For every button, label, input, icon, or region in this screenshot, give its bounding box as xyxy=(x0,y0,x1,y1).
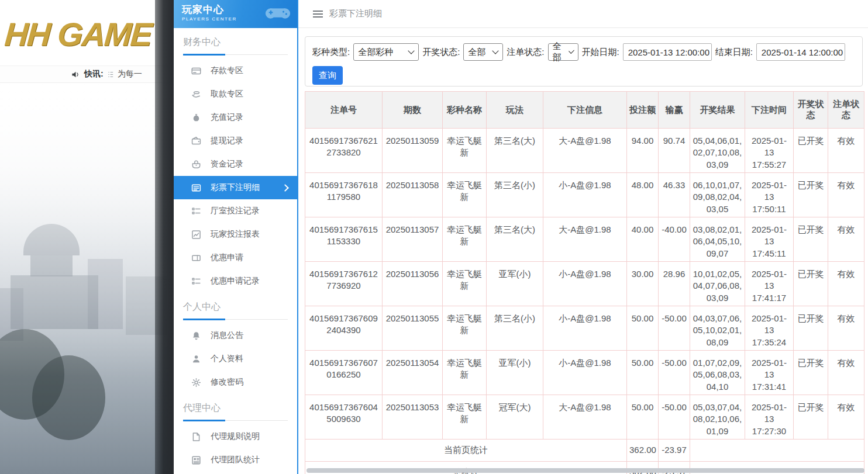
order-no-cell: 401569173676045009630 xyxy=(305,395,383,440)
sidebar-item-profile[interactable]: 个人资料 xyxy=(174,347,297,371)
item-label: 消息公告 xyxy=(211,330,243,341)
bell-icon xyxy=(191,331,201,341)
bet-time-cell: 2025-01-13 17:45:11 xyxy=(745,217,794,262)
draw-status-label: 开奖状态: xyxy=(422,47,460,58)
col-order-no: 注单号 xyxy=(305,92,383,129)
sidebar-item-funds-records[interactable]: 资金记录 xyxy=(174,153,297,176)
item-label: 彩票下注明细 xyxy=(211,182,260,193)
sidebar-items: 消息公告 个人资料 修改密码 xyxy=(174,324,297,394)
start-date-input[interactable] xyxy=(623,43,712,61)
lottery-name-cell: 幸运飞艇新 xyxy=(443,129,487,173)
bet-time-cell: 2025-01-13 17:31:41 xyxy=(745,351,794,395)
order-status-cell: 有效 xyxy=(828,129,864,173)
money-bag-icon xyxy=(191,113,201,123)
sidebar-item-messages[interactable]: 消息公告 xyxy=(174,324,297,347)
chevron-down-icon xyxy=(408,47,415,54)
sidebar-item-hall-bet-records[interactable]: 厅室投注记录 xyxy=(174,199,297,223)
section-label: 财务中心 xyxy=(183,36,288,49)
gamepad-icon xyxy=(264,5,291,22)
main-content: 彩票下注明细 彩种类型: 全部彩种 开奖状态: 全部 注单状态: 全部 开始日期… xyxy=(298,0,868,474)
table-row: 401569173676212733820 20250113059 幸运飞艇新 … xyxy=(305,129,864,173)
draw-status-cell: 已开奖 xyxy=(794,395,828,440)
sidebar-item-deposit-zone[interactable]: 存款专区 xyxy=(174,59,297,82)
draw-status-select[interactable]: 全部 xyxy=(463,43,503,61)
section-underline xyxy=(183,319,288,320)
lottery-name-cell: 幸运飞艇新 xyxy=(443,217,487,262)
section-label: 个人中心 xyxy=(183,301,288,313)
order-no-cell: 401569173676151153330 xyxy=(305,217,383,262)
draw-result-cell: 06,10,01,07,09,08,02,04,03,05 xyxy=(690,173,745,217)
speaker-icon xyxy=(71,70,80,79)
sidebar-item-withdrawal-records[interactable]: 提现记录 xyxy=(174,129,297,153)
bet-info-cell: 小-A盘@1.98 xyxy=(543,351,627,395)
sidebar-item-promo-apply[interactable]: 优惠申请 xyxy=(174,246,297,269)
sidebar-item-player-bet-report[interactable]: 玩家投注报表 xyxy=(174,223,297,246)
lottery-name-cell: 幸运飞艇新 xyxy=(443,395,487,440)
bet-info-cell: 小-A盘@1.98 xyxy=(543,306,627,351)
bet-info-cell: 大-A盘@1.98 xyxy=(543,129,627,173)
sidebar-item-recharge-records[interactable]: 充值记录 xyxy=(174,106,297,129)
horizontal-scrollbar[interactable] xyxy=(306,468,864,473)
chevron-down-icon xyxy=(492,47,499,54)
document-icon xyxy=(191,432,201,442)
draw-result-cell: 05,03,07,04,08,02,10,06,01,09 xyxy=(690,395,745,440)
draw-status-value: 全部 xyxy=(468,47,485,58)
sidebar-section-agent: 代理中心 xyxy=(183,402,288,421)
table-row: 401569173676045009630 20250113053 幸运飞艇新 … xyxy=(305,395,864,440)
order-status-cell: 有效 xyxy=(828,262,864,306)
sidebar-item-promo-apply-records[interactable]: 优惠申请记录 xyxy=(174,269,297,293)
sidebar-item-change-password[interactable]: 修改密码 xyxy=(174,371,297,394)
bet-amount-cell: 30.00 xyxy=(627,262,659,306)
bet-time-cell: 2025-01-13 17:50:11 xyxy=(745,173,794,217)
sidebar-item-lottery-bet-details[interactable]: 彩票下注明细 xyxy=(174,176,297,199)
item-label: 充值记录 xyxy=(211,112,243,123)
draw-status-cell: 已开奖 xyxy=(794,173,828,217)
sidebar-header: 玩家中心 PLAYERS CENTER xyxy=(174,0,297,28)
col-bet-time: 下注时间 xyxy=(745,92,794,129)
sidebar-item-agent-team-stats[interactable]: 代理团队统计 xyxy=(174,448,297,472)
list-icon xyxy=(191,276,201,286)
col-win-loss: 输赢 xyxy=(659,92,690,129)
period-cell: 20250113055 xyxy=(383,306,443,351)
hamburger-menu-icon[interactable] xyxy=(313,11,323,18)
table-header-row: 注单号 期数 彩种名称 玩法 下注信息 投注额 输赢 开奖结果 下注时间 开奖状… xyxy=(305,92,864,129)
summary-empty xyxy=(690,440,864,462)
search-button[interactable]: 查询 xyxy=(312,66,343,85)
play-type-cell: 冠军(大) xyxy=(487,395,543,440)
col-draw-result: 开奖结果 xyxy=(690,92,745,129)
order-no-cell: 401569173676212733820 xyxy=(305,129,383,173)
summary-bet-total: 362.00 xyxy=(627,440,659,462)
site-logo: HH GAME xyxy=(4,15,153,53)
period-cell: 20250113057 xyxy=(383,217,443,262)
summary-win-loss: -23.97 xyxy=(659,440,690,462)
win-loss-cell: 28.96 xyxy=(659,262,690,306)
lottery-name-cell: 幸运飞艇新 xyxy=(443,351,487,395)
bet-info-cell: 大-A盘@1.98 xyxy=(543,217,627,262)
sidebar-section-finance: 财务中心 xyxy=(183,36,288,56)
chevron-right-icon xyxy=(281,184,289,192)
end-date-label: 结束日期: xyxy=(715,47,753,58)
item-label: 提现记录 xyxy=(211,136,243,146)
order-status-cell: 有效 xyxy=(828,351,864,395)
bet-info-cell: 小-A盘@1.98 xyxy=(543,173,627,217)
order-status-select[interactable]: 全部 xyxy=(548,43,578,61)
draw-status-cell: 已开奖 xyxy=(794,262,828,306)
draw-status-cell: 已开奖 xyxy=(794,129,828,173)
col-order-status: 注单状态 xyxy=(828,92,864,129)
order-status-cell: 有效 xyxy=(828,217,864,262)
win-loss-cell: -50.00 xyxy=(659,395,690,440)
list-icon xyxy=(191,206,201,216)
win-loss-cell: -40.00 xyxy=(659,217,690,262)
sidebar-item-withdraw-zone[interactable]: 取款专区 xyxy=(174,82,297,106)
ticker-text: 为每一 xyxy=(118,69,142,79)
sidebar-item-agent-rules[interactable]: 代理规则说明 xyxy=(174,425,297,448)
item-label: 代理规则说明 xyxy=(211,431,260,442)
lottery-type-select[interactable]: 全部彩种 xyxy=(353,43,419,61)
order-no-cell: 401569173676092404390 xyxy=(305,306,383,351)
period-cell: 20250113056 xyxy=(383,262,443,306)
win-loss-cell: -50.00 xyxy=(659,351,690,395)
col-period: 期数 xyxy=(383,92,443,129)
end-date-input[interactable] xyxy=(756,43,845,61)
topbar: 彩票下注明细 xyxy=(298,0,868,28)
draw-status-cell: 已开奖 xyxy=(794,217,828,262)
